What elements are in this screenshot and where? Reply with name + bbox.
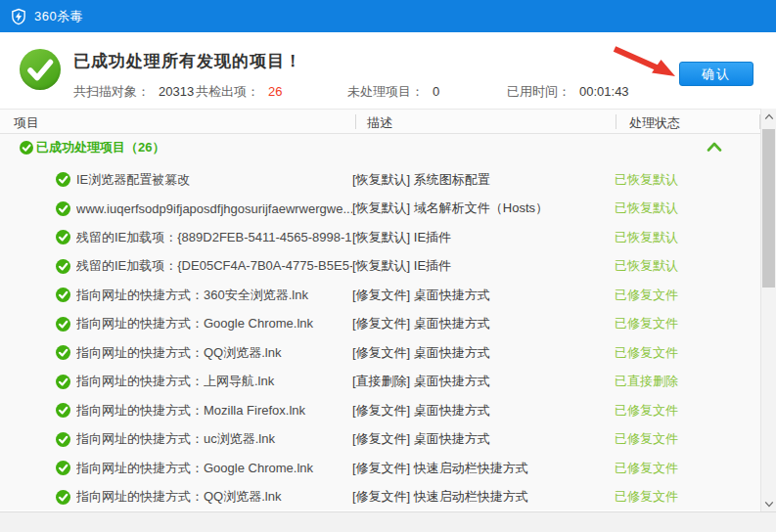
collapse-chevron-icon[interactable] xyxy=(707,142,722,152)
confirm-button[interactable]: 确认 xyxy=(679,62,753,86)
vertical-scrollbar[interactable] xyxy=(760,109,776,511)
row-status: 已修复文件 xyxy=(615,287,678,304)
row-check-icon xyxy=(56,461,70,475)
row-description: [恢复默认] 域名解析文件（Hosts） xyxy=(352,200,615,217)
row-status: 已恢复默认 xyxy=(615,171,678,189)
stat-detected: 共检出项：26 xyxy=(196,83,282,101)
row-description: [直接删除] 桌面快捷方式 xyxy=(352,373,615,390)
rows-container: IE浏览器配置被篡改 [恢复默认] 系统图标配置 已恢复默认 www.iuqer… xyxy=(0,165,760,510)
row-check-icon xyxy=(56,490,70,505)
row-item: 指向网址的快捷方式：上网导航.lnk xyxy=(76,373,352,390)
row-description: [修复文件] 快速启动栏快捷方式 xyxy=(352,460,615,477)
table-row[interactable]: 指向网址的快捷方式：Mozilla Firefox.lnk [修复文件] 桌面快… xyxy=(0,396,760,425)
table-row[interactable]: www.iuqerfsodp9ifjaposdfjhgosurijfaewrwe… xyxy=(0,195,760,224)
row-check-icon xyxy=(56,172,70,187)
stat-scanned: 共扫描对象：20313 xyxy=(73,83,194,101)
row-status: 已修复文件 xyxy=(615,344,678,362)
stat-scanned-value: 20313 xyxy=(159,84,194,99)
row-item: 指向网址的快捷方式：360安全浏览器.lnk xyxy=(76,287,352,304)
table-row[interactable]: 残留的IE加载项：{889D2FEB-5411-4565-8998-1D... … xyxy=(0,223,760,252)
chevron-down-icon xyxy=(764,501,774,508)
row-item: 残留的IE加载项：{DE05CF4A-7B0A-4775-B5E5-39... xyxy=(76,257,352,275)
app-shield-icon xyxy=(10,8,27,25)
table-row[interactable]: 指向网址的快捷方式：QQ浏览器.lnk [修复文件] 快速启动栏快捷方式 已修复… xyxy=(0,483,760,511)
row-check-icon xyxy=(56,317,70,332)
row-status: 已恢复默认 xyxy=(615,229,678,246)
column-description: 描述 xyxy=(367,114,392,132)
result-title: 已成功处理所有发现的项目！ xyxy=(73,50,302,72)
table-header: 项目 描述 处理状态 xyxy=(0,109,776,134)
column-status: 处理状态 xyxy=(629,114,680,132)
group-header-processed[interactable]: 已成功处理项目（26） xyxy=(20,139,164,156)
row-item: 指向网址的快捷方式：Google Chrome.lnk xyxy=(76,460,352,477)
row-description: [恢复默认] IE插件 xyxy=(352,229,615,246)
row-item: IE浏览器配置被篡改 xyxy=(76,171,352,189)
row-description: [修复文件] 桌面快捷方式 xyxy=(352,287,615,304)
result-summary-panel: 已成功处理所有发现的项目！ 共扫描对象：20313 共检出项：26 未处理项目：… xyxy=(0,32,776,109)
table-row[interactable]: 指向网址的快捷方式：Google Chrome.lnk [修复文件] 桌面快捷方… xyxy=(0,310,760,339)
stat-detected-label: 共检出项： xyxy=(196,84,259,99)
row-status: 已修复文件 xyxy=(615,430,678,448)
app-title: 360杀毒 xyxy=(34,8,83,25)
table-row[interactable]: 指向网址的快捷方式：360安全浏览器.lnk [修复文件] 桌面快捷方式 已修复… xyxy=(0,281,760,310)
row-check-icon xyxy=(56,345,70,360)
annotation-arrow xyxy=(605,44,687,85)
row-description: [修复文件] 桌面快捷方式 xyxy=(352,315,615,332)
row-status: 已修复文件 xyxy=(615,315,678,332)
stat-elapsed: 已用时间：00:01:43 xyxy=(507,83,629,101)
row-item: 指向网址的快捷方式：QQ浏览器.lnk xyxy=(76,344,352,362)
table-row[interactable]: 指向网址的快捷方式：QQ浏览器.lnk [修复文件] 桌面快捷方式 已修复文件 xyxy=(0,338,760,368)
row-item: 指向网址的快捷方式：Mozilla Firefox.lnk xyxy=(76,402,352,420)
row-description: [恢复默认] IE插件 xyxy=(352,257,615,275)
table-row[interactable]: 指向网址的快捷方式：Google Chrome.lnk [修复文件] 快速启动栏… xyxy=(0,454,760,483)
column-item: 项目 xyxy=(14,114,39,132)
stat-scanned-label: 共扫描对象： xyxy=(73,84,150,99)
stat-detected-value: 26 xyxy=(268,84,282,99)
row-item: 指向网址的快捷方式：Google Chrome.lnk xyxy=(76,315,352,332)
column-divider xyxy=(616,114,616,129)
row-status: 已直接删除 xyxy=(615,373,678,390)
stat-elapsed-label: 已用时间： xyxy=(507,84,571,99)
stat-unprocessed: 未处理项目：0 xyxy=(347,83,439,101)
table-row[interactable]: 指向网址的快捷方式：uc浏览器.lnk [修复文件] 桌面快捷方式 已修复文件 xyxy=(0,425,760,455)
title-bar: 360杀毒 xyxy=(0,0,776,32)
result-list: 已成功处理项目（26） IE浏览器配置被篡改 [恢复默认] 系统图标配置 已恢复… xyxy=(0,134,760,510)
status-footer xyxy=(0,511,776,532)
row-status: 已修复文件 xyxy=(615,488,678,506)
row-status: 已修复文件 xyxy=(615,402,678,420)
row-description: [修复文件] 快速启动栏快捷方式 xyxy=(352,488,615,506)
table-row[interactable]: 残留的IE加载项：{DE05CF4A-7B0A-4775-B5E5-39... … xyxy=(0,252,760,282)
stat-unprocessed-value: 0 xyxy=(433,84,439,99)
table-row[interactable]: IE浏览器配置被篡改 [恢复默认] 系统图标配置 已恢复默认 xyxy=(0,165,760,195)
row-check-icon xyxy=(56,201,70,216)
group-check-icon xyxy=(20,141,33,155)
row-check-icon xyxy=(56,288,70,302)
row-check-icon xyxy=(56,259,70,274)
row-description: [修复文件] 桌面快捷方式 xyxy=(352,344,615,362)
row-item: 指向网址的快捷方式：QQ浏览器.lnk xyxy=(76,488,352,506)
scrollbar-thumb[interactable] xyxy=(762,129,775,288)
row-item: 指向网址的快捷方式：uc浏览器.lnk xyxy=(76,430,352,448)
row-description: [恢复默认] 系统图标配置 xyxy=(352,171,615,189)
stat-unprocessed-label: 未处理项目： xyxy=(347,84,424,99)
scroll-down-button[interactable] xyxy=(761,496,776,511)
row-description: [修复文件] 桌面快捷方式 xyxy=(352,402,615,420)
row-check-icon xyxy=(56,375,70,389)
row-check-icon xyxy=(56,403,70,418)
scroll-up-button[interactable] xyxy=(761,109,776,124)
row-status: 已修复文件 xyxy=(615,460,678,477)
row-status: 已恢复默认 xyxy=(615,200,678,217)
table-row[interactable]: 指向网址的快捷方式：上网导航.lnk [直接删除] 桌面快捷方式 已直接删除 xyxy=(0,368,760,397)
row-item: www.iuqerfsodp9ifjaposdfjhgosurijfaewrwe… xyxy=(76,201,352,216)
antivirus-result-window: 360杀毒 已成功处理所有发现的项目！ 共扫描对象：20313 共检出项：26 … xyxy=(0,0,776,532)
row-status: 已恢复默认 xyxy=(615,257,678,275)
success-check-icon xyxy=(20,49,61,90)
group-header-label: 已成功处理项目（26） xyxy=(36,139,164,156)
row-check-icon xyxy=(56,432,70,447)
row-description: [修复文件] 桌面快捷方式 xyxy=(352,430,615,448)
chevron-up-icon xyxy=(764,113,774,120)
stat-elapsed-value: 00:01:43 xyxy=(579,84,629,99)
column-divider xyxy=(355,114,356,129)
row-check-icon xyxy=(56,230,70,244)
row-item: 残留的IE加载项：{889D2FEB-5411-4565-8998-1D... xyxy=(76,229,352,246)
